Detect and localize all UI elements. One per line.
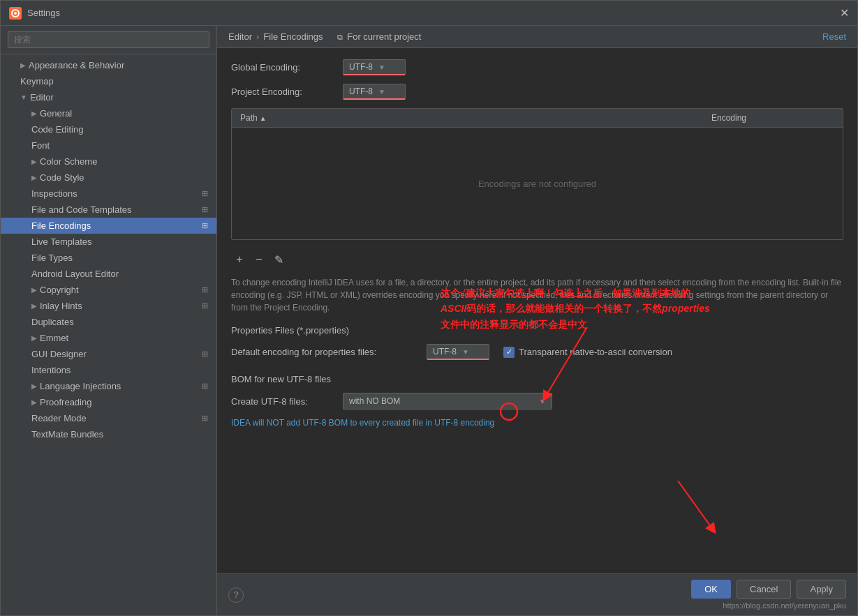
- sidebar-item-label: TextMate Bundles: [31, 429, 103, 440]
- content-area: Global Encoding: UTF-8 ▼ Project Encodin…: [217, 48, 857, 573]
- sidebar-item-file-types[interactable]: File Types: [1, 250, 216, 266]
- sidebar-item-code-editing[interactable]: Code Editing: [1, 121, 216, 137]
- app-icon: [9, 7, 22, 20]
- settings-icon: ⊞: [202, 414, 208, 423]
- remove-encoding-button[interactable]: −: [251, 251, 267, 268]
- sidebar-item-textmate-bundles[interactable]: TextMate Bundles: [1, 426, 216, 442]
- settings-icon: ⊞: [202, 301, 208, 310]
- cancel-button[interactable]: Cancel: [737, 580, 791, 599]
- title-bar: Settings ✕: [1, 1, 857, 26]
- svg-line-4: [678, 481, 713, 529]
- chevron-right-icon: ▶: [31, 286, 37, 294]
- sidebar-item-label: Color Scheme: [40, 156, 97, 167]
- sidebar-item-color-scheme[interactable]: ▶ Color Scheme: [1, 153, 216, 170]
- info-text: To change encoding IntelliJ IDEA uses fo…: [231, 276, 843, 314]
- table-header: Path ▲ Encoding: [232, 109, 843, 128]
- sidebar-item-proofreading[interactable]: ▶ Proofreading: [1, 394, 216, 410]
- sidebar-item-label: Android Layout Editor: [31, 269, 119, 279]
- sidebar-item-label: File Types: [31, 253, 73, 263]
- encoding-table: Path ▲ Encoding Encodings are not config…: [231, 108, 843, 240]
- sort-arrow-icon: ▲: [260, 114, 267, 122]
- for-current-project-link[interactable]: ⧉ For current project: [337, 31, 422, 42]
- sidebar-item-label: Font: [31, 140, 50, 151]
- empty-message: Encodings are not configured: [478, 179, 596, 189]
- sidebar-item-label: Intentions: [31, 365, 71, 375]
- global-encoding-row: Global Encoding: UTF-8 ▼: [231, 59, 843, 75]
- sidebar-item-file-encodings[interactable]: File Encodings ⊞: [1, 218, 216, 234]
- edit-encoding-button[interactable]: ✎: [270, 251, 287, 268]
- sidebar-item-label: File Encodings: [31, 220, 91, 231]
- sidebar-item-duplicates[interactable]: Duplicates: [1, 314, 216, 330]
- sidebar-item-inspections[interactable]: Inspections ⊞: [1, 186, 216, 202]
- default-encoding-label: Default encoding for properties files:: [231, 347, 420, 357]
- close-button[interactable]: ✕: [840, 6, 849, 20]
- chevron-right-icon: ▶: [31, 174, 37, 181]
- sidebar-item-font[interactable]: Font: [1, 137, 216, 153]
- sidebar-item-language-injections[interactable]: ▶ Language Injections ⊞: [1, 378, 216, 394]
- properties-section-title: Properties Files (*.properties): [231, 325, 843, 336]
- sidebar-item-editor[interactable]: ▼ Editor: [1, 89, 216, 105]
- chevron-right-icon: ▶: [31, 334, 37, 342]
- transparent-checkbox-container: Transparent native-to-ascii conversion: [503, 347, 672, 358]
- sidebar-item-label: GUI Designer: [31, 349, 87, 359]
- encoding-header: Encoding: [703, 109, 843, 127]
- chevron-down-icon: ▼: [20, 93, 27, 101]
- create-utf8-dropdown[interactable]: with NO BOM ▼: [343, 393, 552, 410]
- sidebar-item-emmet[interactable]: ▶ Emmet: [1, 330, 216, 346]
- bom-section-title: BOM for new UTF-8 files: [231, 374, 843, 384]
- sidebar-item-gui-designer[interactable]: GUI Designer ⊞: [1, 346, 216, 362]
- sidebar-item-label: Inspections: [31, 188, 77, 199]
- sidebar-item-appearance[interactable]: ▶ Appearance & Behavior: [1, 57, 216, 73]
- sidebar-item-file-code-templates[interactable]: File and Code Templates ⊞: [1, 202, 216, 218]
- encoding-toolbar: + − ✎: [231, 251, 843, 268]
- settings-icon: ⊞: [202, 350, 208, 359]
- project-encoding-dropdown[interactable]: UTF-8 ▼: [343, 84, 406, 100]
- breadcrumb-bar: Editor › File Encodings ⧉ For current pr…: [217, 26, 857, 48]
- ok-button[interactable]: OK: [691, 580, 731, 599]
- sidebar-item-copyright[interactable]: ▶ Copyright ⊞: [1, 282, 216, 298]
- sidebar-item-live-templates[interactable]: Live Templates: [1, 234, 216, 250]
- sidebar-item-label: Proofreading: [40, 397, 91, 407]
- main-content: ▶ Appearance & Behavior Keymap ▼ Editor …: [1, 26, 857, 615]
- sidebar-item-label: Keymap: [20, 76, 54, 87]
- help-button[interactable]: ?: [228, 587, 244, 603]
- reset-link[interactable]: Reset: [822, 31, 846, 42]
- sidebar-item-label: Code Style: [40, 172, 84, 183]
- sidebar-item-label: Duplicates: [31, 317, 74, 327]
- transparent-checkbox[interactable]: [503, 347, 515, 358]
- bottom-bar: ? OK Cancel Apply https://blog.csdn.net/…: [217, 573, 857, 615]
- chevron-right-icon: ▶: [31, 302, 37, 310]
- dropdown-arrow-icon: ▼: [539, 398, 546, 405]
- create-utf8-value: with NO BOM: [349, 396, 400, 406]
- default-encoding-dropdown[interactable]: UTF-8 ▼: [427, 344, 489, 360]
- global-encoding-label: Global Encoding:: [231, 62, 343, 73]
- sidebar-item-label: Copyright: [40, 285, 79, 295]
- search-input[interactable]: [8, 31, 209, 48]
- sidebar-item-code-style[interactable]: ▶ Code Style: [1, 170, 216, 186]
- sidebar-item-keymap[interactable]: Keymap: [1, 73, 216, 89]
- sidebar-item-intentions[interactable]: Intentions: [1, 362, 216, 378]
- dropdown-arrow-icon: ▼: [378, 88, 385, 96]
- sidebar-item-general[interactable]: ▶ General: [1, 105, 216, 121]
- dropdown-arrow-icon: ▼: [462, 348, 469, 356]
- add-encoding-button[interactable]: +: [231, 251, 248, 268]
- sidebar-item-label: Language Injections: [40, 381, 121, 391]
- global-encoding-dropdown[interactable]: UTF-8 ▼: [343, 59, 406, 75]
- settings-icon: ⊞: [202, 285, 208, 294]
- sidebar-item-label: Reader Mode: [31, 413, 87, 423]
- apply-button[interactable]: Apply: [797, 580, 846, 599]
- sidebar-item-reader-mode[interactable]: Reader Mode ⊞: [1, 410, 216, 426]
- default-encoding-row: Default encoding for properties files: U…: [231, 344, 843, 360]
- dropdown-arrow-icon: ▼: [378, 63, 385, 71]
- bom-info: IDEA will NOT add UTF-8 BOM to every cre…: [231, 418, 843, 428]
- dialog-buttons: OK Cancel Apply: [691, 580, 846, 599]
- search-box: [1, 26, 216, 54]
- sidebar-item-android-layout-editor[interactable]: Android Layout Editor: [1, 266, 216, 282]
- settings-icon: ⊞: [202, 221, 208, 230]
- chevron-right-icon: ▶: [31, 110, 37, 117]
- path-header: Path ▲: [232, 109, 703, 127]
- breadcrumb-parent: Editor: [228, 31, 252, 42]
- settings-icon: ⊞: [202, 205, 208, 214]
- sidebar-item-inlay-hints[interactable]: ▶ Inlay Hints ⊞: [1, 298, 216, 314]
- sidebar-item-label: Emmet: [40, 333, 68, 343]
